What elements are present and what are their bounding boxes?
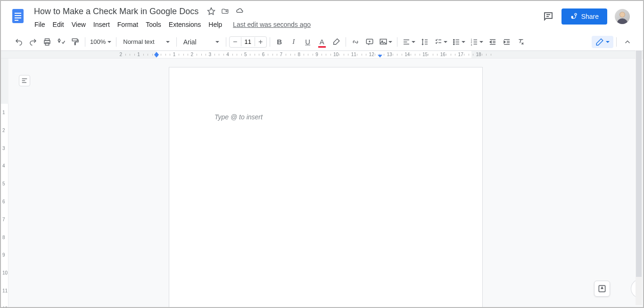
insert-image-button[interactable] (377, 35, 394, 49)
menu-extensions[interactable]: Extensions (165, 19, 204, 30)
show-outline-button[interactable] (19, 75, 30, 86)
paragraph-style-select[interactable]: Normal text (119, 36, 173, 47)
menu-format[interactable]: Format (114, 19, 141, 30)
clear-formatting-button[interactable] (514, 35, 528, 49)
svg-rect-4 (15, 20, 18, 21)
vertical-scrollbar[interactable] (636, 50, 642, 305)
editing-mode-button[interactable] (592, 36, 613, 48)
svg-rect-2 (15, 15, 21, 16)
vertical-ruler[interactable]: 123456789101112 (1, 58, 8, 308)
star-icon[interactable] (207, 7, 215, 16)
align-button[interactable] (400, 35, 417, 49)
move-icon[interactable] (221, 7, 230, 16)
font-size-decrease[interactable]: − (230, 38, 241, 46)
svg-rect-8 (571, 16, 573, 18)
document-page[interactable]: Type @ to insert (169, 67, 483, 308)
decrease-indent-button[interactable] (486, 35, 499, 49)
print-button[interactable] (41, 35, 54, 49)
menu-insert[interactable]: Insert (90, 19, 113, 30)
svg-rect-3 (15, 17, 21, 18)
checklist-button[interactable] (432, 35, 449, 49)
menu-tools[interactable]: Tools (142, 19, 165, 30)
undo-button[interactable] (12, 35, 25, 49)
horizontal-ruler[interactable]: 21123456789101112131415161718 (1, 51, 643, 58)
highlight-button[interactable] (330, 35, 343, 49)
menu-view[interactable]: View (68, 19, 89, 30)
placeholder-text: Type @ to insert (215, 113, 263, 121)
menu-edit[interactable]: Edit (50, 19, 67, 30)
toolbar: 100% Normal text Arial − 11 + B I U A 12… (1, 33, 643, 51)
svg-point-11 (620, 12, 625, 17)
document-title[interactable]: How to Make a Check Mark in Google Docs (31, 6, 201, 17)
add-comment-button[interactable] (363, 35, 376, 49)
font-size-increase[interactable]: + (255, 38, 266, 46)
comment-history-icon[interactable] (543, 11, 554, 22)
font-size-control: − 11 + (229, 36, 267, 48)
redo-button[interactable] (26, 35, 40, 49)
hide-menus-button[interactable] (623, 38, 632, 46)
svg-point-23 (453, 41, 454, 42)
svg-rect-15 (72, 39, 77, 41)
spellcheck-button[interactable] (55, 35, 68, 49)
zoom-select[interactable]: 100% (88, 38, 113, 45)
increase-indent-button[interactable] (500, 35, 513, 49)
last-edit-link[interactable]: Last edit was seconds ago (233, 21, 311, 28)
menu-file[interactable]: File (31, 19, 49, 30)
explore-button[interactable] (594, 281, 610, 297)
cloud-status-icon[interactable] (235, 7, 244, 16)
text-color-button[interactable]: A (315, 35, 329, 49)
underline-button[interactable]: U (301, 35, 314, 49)
numbered-list-button[interactable]: 123 (468, 35, 485, 49)
account-avatar[interactable] (615, 9, 630, 24)
menu-help[interactable]: Help (205, 19, 225, 30)
line-spacing-button[interactable] (418, 35, 431, 49)
paint-format-button[interactable] (69, 35, 82, 49)
svg-point-22 (453, 39, 454, 40)
bold-button[interactable]: B (273, 35, 286, 49)
menubar: File Edit View Insert Format Tools Exten… (31, 19, 543, 30)
svg-point-24 (453, 43, 454, 44)
svg-point-10 (617, 18, 627, 24)
docs-logo-icon[interactable] (8, 7, 27, 25)
bulleted-list-button[interactable] (450, 35, 467, 49)
insert-link-button[interactable] (349, 35, 362, 49)
font-select[interactable]: Arial (180, 36, 223, 48)
share-button[interactable]: Share (561, 8, 607, 25)
svg-rect-1 (15, 13, 21, 14)
svg-marker-5 (208, 8, 215, 15)
font-size-value[interactable]: 11 (241, 37, 255, 46)
share-label: Share (581, 13, 599, 20)
italic-button[interactable]: I (287, 35, 300, 49)
svg-text:3: 3 (471, 43, 472, 46)
